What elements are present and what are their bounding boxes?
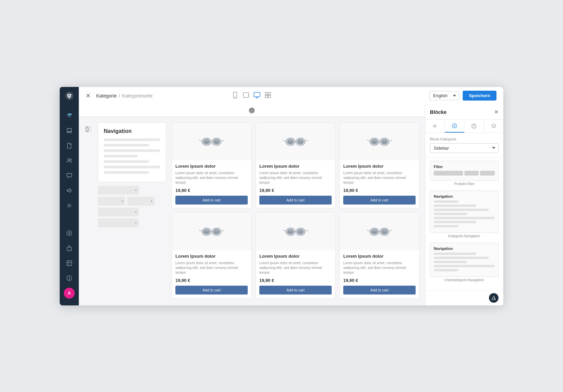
product-desc: Lorem ipsum dolor sit amet, consetetur s… — [175, 171, 248, 185]
product-price: 19,90 € — [343, 188, 416, 193]
close-icon[interactable]: ✕ — [86, 92, 91, 100]
product-price: 19,90 € — [259, 278, 332, 283]
add-to-cart-button[interactable]: Add to cart — [175, 286, 248, 295]
filter-chip-3 — [480, 171, 495, 176]
product-card: Lorem Ipsum dolor Lorem ipsum dolor sit … — [340, 212, 419, 298]
save-button[interactable]: Speichern — [463, 91, 496, 101]
sidebar-icon-sync[interactable] — [62, 109, 76, 122]
add-to-cart-button[interactable]: Add to cart — [343, 196, 416, 205]
svg-point-72 — [299, 230, 302, 231]
filter-dropdowns — [98, 186, 166, 227]
svg-point-67 — [297, 229, 304, 235]
avatar[interactable]: A — [64, 288, 75, 299]
svg-rect-3 — [234, 97, 236, 97]
filter-mini-row-1 — [434, 171, 495, 176]
filter-select-5[interactable] — [98, 218, 139, 227]
nav1-title: Navigation — [434, 194, 495, 198]
settings-layers-icon[interactable] — [484, 120, 504, 133]
svg-point-81 — [373, 230, 376, 231]
navigation-card-1[interactable]: Navigation — [430, 191, 499, 233]
logo[interactable] — [60, 87, 79, 105]
filter-select-2[interactable] — [98, 197, 125, 206]
device-grid-icon[interactable] — [264, 92, 271, 100]
navigation-card-2[interactable]: Navigation — [430, 243, 499, 277]
svg-line-49 — [389, 140, 392, 141]
svg-point-26 — [203, 139, 210, 145]
svg-point-82 — [383, 230, 386, 231]
topbar: ✕ Kategorie / Kategorieseite — [60, 87, 503, 105]
svg-rect-18 — [67, 247, 72, 251]
product-name: Lorem Ipsum dolor — [343, 254, 416, 259]
settings-gear-icon[interactable] — [425, 120, 445, 133]
device-mobile-icon[interactable] — [232, 92, 239, 100]
sidebar-icon-add[interactable] — [62, 226, 76, 240]
svg-rect-10 — [268, 95, 271, 98]
filter-select-1[interactable] — [98, 186, 139, 195]
add-to-cart-button[interactable]: Add to cart — [343, 286, 416, 295]
svg-point-84 — [434, 125, 436, 127]
nav2-skeleton-5 — [434, 269, 458, 271]
filter-block-item: Filter Produkt-Filter — [430, 161, 499, 186]
settings-question-icon[interactable] — [464, 120, 484, 133]
product-name: Lorem Ipsum dolor — [175, 164, 248, 169]
add-to-cart-button[interactable]: Add to cart — [175, 196, 248, 205]
block-category-label: Block-Kategorie — [430, 137, 499, 141]
filter-card[interactable]: Filter — [430, 161, 499, 181]
nav1-skeleton-7 — [434, 225, 458, 227]
right-panel-close-icon[interactable]: ✕ — [494, 109, 499, 115]
add-block-bar[interactable] — [79, 105, 425, 117]
sidebar-icon-chat[interactable] — [62, 169, 76, 182]
svg-rect-12 — [67, 132, 72, 133]
language-select[interactable]: English Deutsch — [429, 91, 459, 100]
device-desktop-icon[interactable] — [254, 92, 260, 100]
sidebar-icon-file[interactable] — [62, 139, 76, 152]
device-tablet-icon[interactable] — [243, 92, 249, 100]
sidebar-icon-settings[interactable] — [62, 199, 76, 212]
filter-select-3[interactable] — [127, 197, 155, 206]
sidebar-icon-bag[interactable] — [62, 241, 76, 255]
product-price: 19,90 € — [175, 188, 248, 193]
breadcrumb-main: Kategorie — [96, 93, 117, 99]
filter-select-4[interactable] — [98, 208, 139, 216]
block-category-select[interactable]: Sidebar Header Footer — [430, 143, 499, 153]
svg-point-37 — [297, 139, 304, 145]
sidebar-icon-info[interactable] — [62, 271, 76, 285]
product-image — [256, 213, 335, 250]
svg-point-71 — [289, 230, 292, 231]
svg-point-14 — [70, 159, 72, 161]
product-desc: Lorem ipsum dolor sit amet, consetetur s… — [343, 171, 416, 185]
product-image — [172, 123, 251, 160]
product-card: Lorem Ipsum dolor Lorem ipsum dolor sit … — [172, 212, 251, 298]
topbar-right: English Deutsch Speichern — [429, 91, 496, 101]
settings-plus-icon[interactable] — [445, 120, 465, 133]
svg-rect-6 — [254, 92, 260, 97]
svg-point-66 — [287, 229, 294, 235]
svg-rect-8 — [268, 92, 271, 95]
product-name: Lorem Ipsum dolor — [175, 254, 248, 259]
svg-point-51 — [373, 140, 376, 141]
svg-rect-22 — [86, 127, 88, 132]
svg-point-36 — [287, 139, 294, 145]
svg-point-52 — [383, 140, 386, 141]
product-info: Lorem Ipsum dolor Lorem ipsum dolor sit … — [172, 160, 251, 208]
navigation-block-item-2: Navigation Unterkategorie-Navigation — [430, 243, 499, 282]
product-info: Lorem Ipsum dolor Lorem ipsum dolor sit … — [256, 160, 335, 208]
sidebar-icon-users[interactable] — [62, 154, 76, 167]
panel-toggle-icon[interactable] — [84, 125, 92, 133]
svg-line-29 — [221, 140, 224, 141]
svg-line-48 — [367, 140, 370, 141]
svg-rect-23 — [89, 127, 91, 132]
canvas-content: Navigation — [79, 117, 425, 304]
sidebar-icon-table[interactable] — [62, 256, 76, 270]
svg-point-57 — [213, 229, 220, 235]
product-desc: Lorem ipsum dolor sit amet, consetetur s… — [343, 261, 416, 275]
nav2-skeleton-2 — [434, 257, 489, 259]
nav1-skeleton-6 — [434, 221, 476, 223]
add-to-cart-button[interactable]: Add to cart — [259, 286, 332, 295]
svg-rect-19 — [67, 260, 72, 265]
sidebar-icon-layers[interactable] — [62, 124, 76, 137]
sidebar-icon-megaphone[interactable] — [62, 184, 76, 197]
topbar-content: ✕ Kategorie / Kategorieseite — [79, 87, 503, 105]
help-circle-icon[interactable]: ✧ — [489, 293, 499, 303]
add-to-cart-button[interactable]: Add to cart — [259, 196, 332, 205]
